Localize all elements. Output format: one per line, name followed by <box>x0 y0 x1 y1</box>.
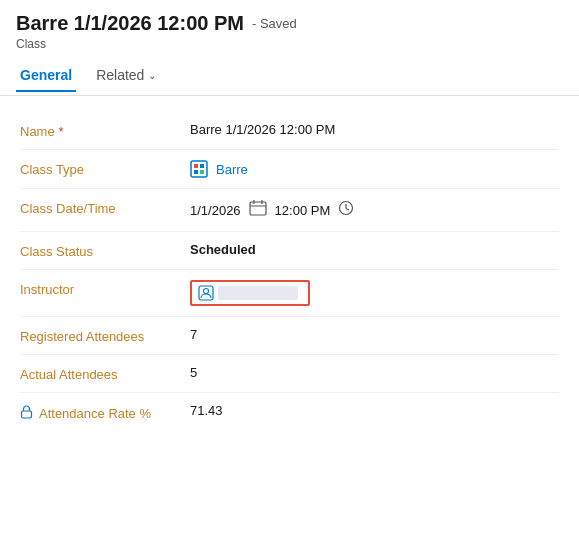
class-type-field-row: Class Type Barre <box>20 150 559 189</box>
actual-attendees-value: 5 <box>190 365 559 380</box>
tab-bar: General Related ⌄ <box>16 59 563 91</box>
required-indicator: * <box>59 125 64 139</box>
instructor-text-placeholder <box>218 286 298 300</box>
svg-point-13 <box>204 289 209 294</box>
class-type-icon <box>190 160 208 178</box>
attendance-rate-label: Attendance Rate % <box>20 403 190 422</box>
instructor-value <box>190 280 559 306</box>
page-header: Barre 1/1/2026 12:00 PM - Saved Class Ge… <box>0 0 579 96</box>
registered-attendees-label: Registered Attendees <box>20 327 190 344</box>
lock-icon <box>20 405 33 422</box>
svg-rect-3 <box>194 170 198 174</box>
chevron-down-icon: ⌄ <box>148 70 156 81</box>
name-label: Name * <box>20 122 190 139</box>
instructor-field-row: Instructor <box>20 270 559 317</box>
class-type-value[interactable]: Barre <box>190 160 559 178</box>
attendance-rate-value: 71.43 <box>190 403 559 418</box>
attendance-rate-field-row: Attendance Rate % 71.43 <box>20 393 559 432</box>
clock-icon[interactable] <box>338 200 354 220</box>
registered-attendees-field-row: Registered Attendees 7 <box>20 317 559 355</box>
name-value: Barre 1/1/2026 12:00 PM <box>190 122 559 137</box>
class-datetime-field-row: Class Date/Time 1/1/2026 12:00 PM <box>20 189 559 232</box>
actual-attendees-field-row: Actual Attendees 5 <box>20 355 559 393</box>
class-status-label: Class Status <box>20 242 190 259</box>
tab-related[interactable]: Related ⌄ <box>92 59 160 91</box>
date-value[interactable]: 1/1/2026 <box>190 203 241 218</box>
saved-indicator: - Saved <box>252 16 297 31</box>
tab-general[interactable]: General <box>16 59 76 91</box>
calendar-icon[interactable] <box>249 199 267 221</box>
class-status-field-row: Class Status Scheduled <box>20 232 559 270</box>
registered-attendees-value: 7 <box>190 327 559 342</box>
name-field-row: Name * Barre 1/1/2026 12:00 PM <box>20 112 559 150</box>
class-datetime-value: 1/1/2026 12:00 PM <box>190 199 559 221</box>
svg-rect-0 <box>191 161 207 177</box>
lookup-icon <box>198 285 214 301</box>
time-value[interactable]: 12:00 PM <box>275 203 331 218</box>
svg-rect-1 <box>194 164 198 168</box>
form-content: Name * Barre 1/1/2026 12:00 PM Class Typ… <box>0 96 579 448</box>
actual-attendees-label: Actual Attendees <box>20 365 190 382</box>
svg-line-11 <box>346 209 349 211</box>
class-status-value: Scheduled <box>190 242 559 257</box>
class-type-label: Class Type <box>20 160 190 177</box>
instructor-label: Instructor <box>20 280 190 297</box>
svg-rect-4 <box>200 170 204 174</box>
record-type: Class <box>16 37 563 51</box>
class-datetime-label: Class Date/Time <box>20 199 190 216</box>
instructor-input[interactable] <box>190 280 310 306</box>
svg-rect-5 <box>250 202 266 215</box>
svg-rect-14 <box>22 411 32 418</box>
page-title: Barre 1/1/2026 12:00 PM <box>16 12 244 35</box>
svg-rect-2 <box>200 164 204 168</box>
